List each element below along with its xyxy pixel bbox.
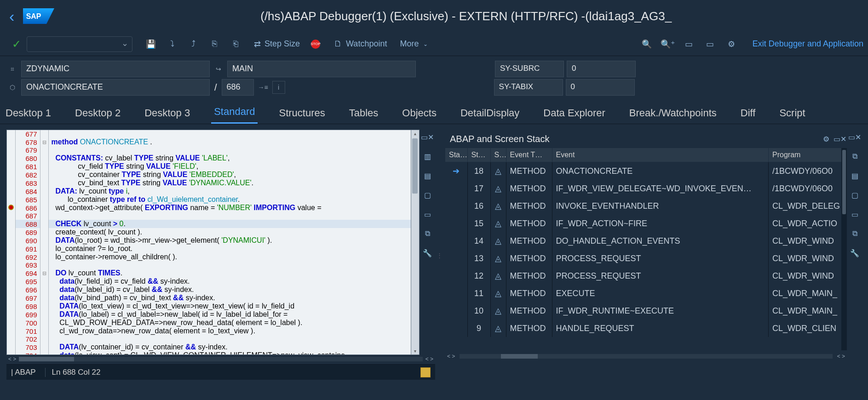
- line-field[interactable]: 686: [222, 79, 254, 96]
- hscroll-right-icon[interactable]: < >: [425, 356, 433, 362]
- code-line[interactable]: 695 data(lv_field_id) = cv_field && sy-i…: [7, 277, 411, 286]
- search-plus-icon[interactable]: 🔍⁺: [659, 35, 677, 53]
- tab-objects[interactable]: Objects: [399, 103, 439, 124]
- code-line[interactable]: 677: [7, 130, 411, 138]
- code-line[interactable]: 684 DATA: lv_count type i,: [7, 187, 411, 195]
- stack-settings-icon[interactable]: ⚙: [819, 135, 833, 143]
- code-line[interactable]: 681 cv_field TYPE string VALUE 'FIELD',: [7, 162, 411, 171]
- tab-break-watchpoints[interactable]: Break./Watchpoints: [627, 103, 719, 124]
- code-line[interactable]: 683 cv_bind_text TYPE string VALUE 'DYNA…: [7, 179, 411, 187]
- tab-script[interactable]: Script: [776, 103, 808, 124]
- status-doc-icon[interactable]: [420, 367, 431, 377]
- code-line[interactable]: 693: [7, 261, 411, 269]
- stack-hscroll-left-icon[interactable]: < >: [447, 353, 455, 360]
- stack-tool-2-icon[interactable]: ⧉: [849, 151, 860, 162]
- tab-tables[interactable]: Tables: [346, 103, 381, 124]
- panel-tool-2-icon[interactable]: ▤: [422, 170, 433, 181]
- code-line[interactable]: 680 CONSTANTS: cv_label TYPE string VALU…: [7, 154, 411, 162]
- code-line[interactable]: 697 data(lv_bind_path) = cv_bind_text &&…: [7, 294, 411, 302]
- hscroll-left-icon[interactable]: < >: [8, 356, 16, 362]
- code-line[interactable]: 679: [7, 146, 411, 154]
- code-line[interactable]: 696 data(lv_label_id) = cv_label && sy-i…: [7, 286, 411, 294]
- settings-icon[interactable]: ⚙: [722, 35, 741, 53]
- watchpoint-button[interactable]: 🗋Watchpoint: [334, 39, 387, 49]
- code-line[interactable]: 682 cv_container TYPE string VALUE 'EMBE…: [7, 171, 411, 179]
- panel-tool-5-icon[interactable]: ⧉: [422, 228, 433, 239]
- info-icon[interactable]: i: [272, 81, 285, 94]
- stack-row[interactable]: 10◬METHODIF_WDR_RUNTIME~EXECUTECL_WDR_MA…: [445, 302, 847, 320]
- splitter[interactable]: ⋮: [437, 124, 442, 386]
- command-combo[interactable]: [27, 36, 132, 52]
- save-icon[interactable]: 💾: [142, 35, 160, 53]
- stack-wrench-icon[interactable]: 🔧: [849, 247, 860, 258]
- tab-structures[interactable]: Structures: [276, 103, 328, 124]
- code-line[interactable]: 703 DATA(lv_container_id) = cv_container…: [7, 343, 411, 351]
- stack-row[interactable]: 16◬METHODINVOKE_EVENTHANDLERCL_WDR_DELEG: [445, 197, 847, 215]
- tab-desktop-1[interactable]: Desktop 1: [3, 103, 54, 124]
- stack-col-header[interactable]: St…: [467, 148, 490, 162]
- close-panel-icon[interactable]: ▭✕: [422, 131, 433, 143]
- code-line[interactable]: 691 lo_container ?= lo_root.: [7, 245, 411, 253]
- step-into-icon[interactable]: ⤵: [163, 35, 181, 53]
- subroutine-field[interactable]: ONACTIONCREATE: [21, 79, 210, 96]
- panel-tool-4-icon[interactable]: ▭: [422, 209, 433, 220]
- include-field[interactable]: MAIN: [227, 61, 416, 77]
- code-line[interactable]: 678⊟method ONACTIONCREATE .: [7, 138, 411, 146]
- program-field[interactable]: ZDYNAMIC: [21, 61, 210, 77]
- code-line[interactable]: 694⊟ DO lv_count TIMES.: [7, 269, 411, 277]
- tab-diff[interactable]: Diff: [738, 103, 759, 124]
- sy-tabix-value[interactable]: 0: [566, 79, 635, 96]
- stack-row[interactable]: 11◬METHODEXECUTECL_WDR_MAIN_: [445, 285, 847, 302]
- ok-icon[interactable]: ✓: [12, 38, 21, 51]
- stop-icon[interactable]: STOP: [306, 35, 325, 53]
- stack-col-header[interactable]: Sta…: [445, 148, 467, 162]
- step-size-button[interactable]: ⇄Step Size: [254, 39, 300, 49]
- stack-tool-1-icon[interactable]: ▭✕: [849, 131, 860, 143]
- tab-data-explorer[interactable]: Data Explorer: [540, 103, 608, 124]
- source-editor[interactable]: 677678⊟method ONACTIONCREATE .679680 CON…: [6, 130, 411, 355]
- editor-vscroll[interactable]: ▴▾: [411, 130, 420, 355]
- stack-tool-3-icon[interactable]: ▤: [849, 170, 860, 181]
- code-line[interactable]: 704 data(lo_view_cont) = CL_WD_VIEW_CONT…: [7, 351, 411, 355]
- code-line[interactable]: 692 lo_container->remove_all_children( )…: [7, 253, 411, 261]
- code-line[interactable]: 689 create_context( lv_count ).: [7, 228, 411, 236]
- wrench-icon[interactable]: 🔧: [422, 247, 433, 258]
- tab-standard[interactable]: Standard: [211, 102, 258, 124]
- step-over-icon[interactable]: ⤴: [184, 35, 202, 53]
- stack-hscroll[interactable]: [460, 354, 832, 359]
- goto-line-icon[interactable]: →≡: [257, 81, 270, 94]
- stack-vscroll[interactable]: [841, 148, 847, 350]
- stack-row[interactable]: 17◬METHODIF_WDR_VIEW_DELEGATE~WD_INVOKE_…: [445, 180, 847, 197]
- tab-desktop-2[interactable]: Desktop 2: [72, 103, 123, 124]
- code-line[interactable]: 699 DATA(lo_label) = cl_wd_label=>new_la…: [7, 310, 411, 319]
- stack-hscroll-right-icon[interactable]: < >: [837, 353, 845, 360]
- more-menu[interactable]: More⌄: [400, 39, 428, 49]
- code-line[interactable]: 687: [7, 212, 411, 220]
- stack-row[interactable]: 9◬METHODHANDLE_REQUESTCL_WDR_CLIEN: [445, 320, 847, 337]
- code-line[interactable]: 686 wd_context->get_attribute( EXPORTING…: [7, 204, 411, 212]
- stack-close-icon[interactable]: ▭✕: [833, 135, 847, 143]
- search-icon[interactable]: 🔍: [638, 35, 656, 53]
- stack-row[interactable]: ➔18◬METHODONACTIONCREATE/1BCWDY/06O0: [445, 162, 847, 180]
- back-icon[interactable]: ‹: [9, 7, 14, 25]
- code-line[interactable]: 688 CHECK lv_count > 0.: [7, 220, 411, 228]
- tab-desktop-3[interactable]: Desktop 3: [142, 103, 193, 124]
- code-line[interactable]: 702: [7, 335, 411, 343]
- stack-row[interactable]: 14◬METHODDO_HANDLE_ACTION_EVENTSCL_WDR_W…: [445, 232, 847, 250]
- code-line[interactable]: 698 DATA(lo_text_view) = cl_wd_text_view…: [7, 302, 411, 310]
- tab-detaildisplay[interactable]: DetailDisplay: [458, 103, 522, 124]
- stack-tool-4-icon[interactable]: ▢: [849, 189, 860, 200]
- window-close-icon[interactable]: ▭: [701, 35, 719, 53]
- editor-hscroll[interactable]: [19, 357, 422, 361]
- stack-tool-5-icon[interactable]: ▭: [849, 209, 860, 220]
- stack-row[interactable]: 12◬METHODPROCESS_REQUESTCL_WDR_WIND: [445, 267, 847, 285]
- exit-debugger-link[interactable]: Exit Debugger and Application: [753, 39, 863, 49]
- code-line[interactable]: 701 cl_wd_row_data=>new_row_data( elemen…: [7, 327, 411, 335]
- stack-col-header[interactable]: Event: [552, 148, 769, 162]
- code-line[interactable]: 690 DATA(lo_root) = wd_this->mr_view->ge…: [7, 236, 411, 245]
- stack-row[interactable]: 13◬METHODPROCESS_REQUESTCL_WDR_WIND: [445, 250, 847, 267]
- code-line[interactable]: 685 lo_container type ref to cl_Wd_uiele…: [7, 195, 411, 204]
- stack-row[interactable]: 15◬METHODIF_WDR_ACTION~FIRECL_WDR_ACTIO: [445, 215, 847, 232]
- step-return-icon[interactable]: ⎗: [226, 35, 245, 53]
- stack-col-header[interactable]: Event T…: [506, 148, 552, 162]
